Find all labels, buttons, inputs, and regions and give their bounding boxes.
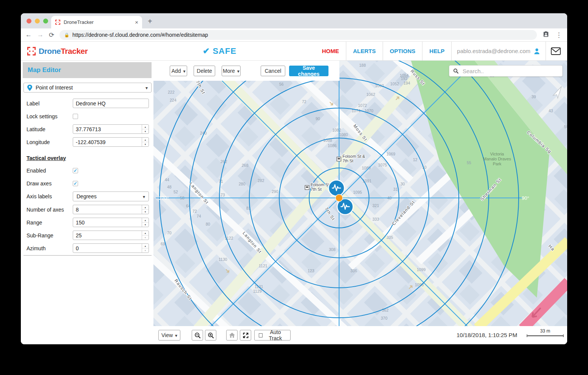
status-badge: ✔ SAFE — [203, 42, 236, 61]
search-input[interactable] — [463, 68, 558, 74]
sensor-marker[interactable] — [328, 180, 344, 196]
num-axes-field[interactable] — [73, 205, 149, 214]
reload-icon[interactable]: ⟳ — [49, 31, 54, 39]
azimuth-field[interactable] — [73, 243, 149, 253]
browser-tab[interactable]: DroneTracker × — [51, 16, 142, 28]
axis-labels-value: Degrees — [77, 193, 143, 199]
search-icon — [453, 68, 459, 74]
check-icon: ✔ — [203, 46, 210, 56]
user-menu[interactable]: pablo.estrada@dedrone.com — [452, 48, 546, 55]
latitude-field[interactable] — [73, 124, 149, 134]
zoom-out-button[interactable] — [192, 330, 203, 340]
home-view-button[interactable] — [226, 330, 238, 340]
building-number: 1098 — [415, 282, 424, 287]
building-number: 1086 — [328, 143, 337, 148]
building-number: 1095 — [353, 190, 362, 195]
delete-button[interactable]: Delete — [194, 66, 215, 76]
transit-stop-label: Folsom St & — [342, 154, 366, 158]
building-number: 308 — [329, 247, 336, 252]
park-name-label: Victoria — [490, 152, 504, 156]
building-number: 1072 — [358, 103, 367, 108]
lock-icon: 🔒 — [64, 33, 69, 38]
add-button[interactable]: Add — [170, 66, 187, 76]
view-button[interactable]: View — [158, 330, 180, 340]
back-icon[interactable]: ← — [25, 31, 32, 39]
save-changes-button[interactable]: Save changes — [289, 66, 328, 76]
field-row-longitude: Longitude — [27, 137, 149, 147]
sub-range-field[interactable] — [73, 231, 149, 240]
zoom-window-button[interactable] — [43, 19, 48, 24]
building-number: 188 — [359, 63, 366, 67]
building-number: 72 — [192, 209, 197, 213]
forward-icon[interactable]: → — [37, 31, 44, 39]
building-number: 1099 — [417, 267, 426, 272]
field-row-num-axes: Number of axes — [27, 205, 149, 214]
url-text[interactable]: https://dedrone-sf.cloud.dedrone.com/#/h… — [72, 32, 208, 38]
chrome-menu-icon[interactable]: ⋮ — [555, 31, 563, 39]
nav-alerts[interactable]: ALERTS — [346, 48, 383, 54]
zoom-in-button[interactable] — [205, 330, 216, 340]
auto-track-toggle[interactable]: Auto Track — [254, 330, 291, 340]
nav-home[interactable]: HOME — [315, 48, 346, 54]
range-field[interactable] — [73, 218, 149, 227]
close-window-button[interactable] — [27, 19, 31, 24]
profile-badge-icon[interactable] — [542, 31, 550, 39]
range-label: Range — [27, 220, 73, 226]
latitude-stepper[interactable] — [142, 125, 149, 133]
building-number: 44 — [165, 177, 169, 182]
building-number: 192 — [401, 76, 408, 81]
mail-button[interactable] — [546, 47, 567, 56]
new-tab-button[interactable]: + — [148, 17, 152, 26]
envelope-icon — [550, 47, 561, 56]
user-email[interactable]: pablo.estrada@dedrone.com — [457, 48, 530, 54]
map-toolbar: Add Delete More Cancel Save changes — [153, 61, 339, 81]
azimuth-stepper[interactable] — [142, 244, 149, 253]
range-stepper[interactable] — [142, 218, 149, 227]
enabled-checkbox[interactable]: ✓ — [73, 168, 78, 173]
map-svg[interactable]: ➜➜➜➜ 22222424044485258647274807069262268… — [153, 61, 567, 326]
num-axes-stepper[interactable] — [142, 205, 149, 214]
tactical-overlay-heading: Tactical overlay — [27, 155, 148, 161]
lock-settings-checkbox[interactable] — [73, 114, 78, 119]
logo-text-tracker: Tracker — [61, 47, 88, 55]
longitude-field[interactable] — [73, 137, 149, 147]
field-row-sub-range: Sub-Range — [27, 231, 149, 240]
sub-range-stepper[interactable] — [142, 231, 149, 240]
poi-marker[interactable] — [336, 195, 343, 202]
tab-close-icon[interactable]: × — [135, 19, 138, 25]
field-row-axis-labels: Axis labels Degrees — [27, 191, 149, 201]
nav-options[interactable]: OPTIONS — [383, 48, 422, 54]
cancel-button[interactable]: Cancel — [261, 66, 285, 76]
nav-help[interactable]: HELP — [422, 48, 451, 54]
building-number: 90 — [316, 116, 320, 121]
label-field[interactable] — [73, 99, 149, 108]
map-timestamp: 10/18/2018, 1:10:25 PM — [457, 332, 517, 338]
building-number: 123 — [308, 268, 314, 273]
field-row-draw-axes: Draw axes ✓ — [27, 179, 149, 188]
building-number: 56 — [279, 82, 284, 86]
main-nav: HOME ALERTS OPTIONS HELP pablo.estrada@d… — [315, 42, 567, 61]
building-number: 1075 — [378, 163, 387, 167]
lock-settings-label: Lock settings — [27, 113, 73, 119]
draw-axes-checkbox[interactable]: ✓ — [73, 181, 78, 186]
address-bar[interactable]: 🔒 https://dedrone-sf.cloud.dedrone.com/#… — [59, 30, 537, 40]
fullscreen-button[interactable] — [240, 330, 251, 340]
traffic-lights[interactable] — [27, 19, 48, 24]
chevron-down-icon — [143, 193, 145, 200]
building-number: 1062 — [366, 92, 375, 97]
crop-marks-icon — [27, 46, 36, 56]
map-canvas[interactable]: ➜➜➜➜ 22222424044485258647274807069262268… — [153, 61, 567, 326]
longitude-stepper[interactable] — [142, 138, 149, 146]
dronetracker-logo: DroneTracker — [27, 46, 88, 56]
poi-type-select[interactable]: Point of Interest — [23, 83, 152, 93]
minimize-window-button[interactable] — [35, 19, 40, 24]
building-number: 290 — [272, 189, 278, 194]
more-button[interactable]: More — [222, 66, 241, 76]
axis-labels-select[interactable]: Degrees — [73, 191, 149, 201]
building-number: 43 — [549, 108, 553, 113]
panel-title: Map Editor — [23, 62, 152, 78]
transit-stop-label: 7th St — [311, 187, 322, 191]
building-number: 1121 — [259, 264, 267, 268]
field-row-label: Label — [27, 99, 149, 108]
map-search[interactable] — [449, 65, 563, 77]
